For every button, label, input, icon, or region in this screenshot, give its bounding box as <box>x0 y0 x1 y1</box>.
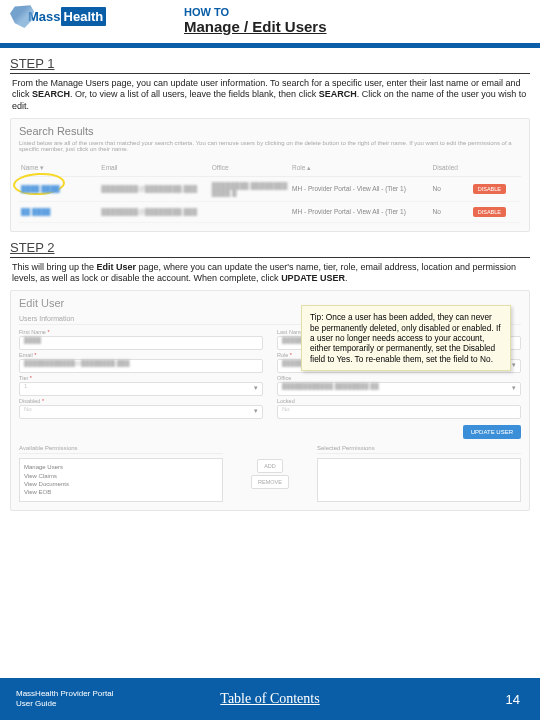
disabled-label: Disabled <box>19 398 263 404</box>
header-title-block: HOW TO Manage / Edit Users <box>184 6 327 35</box>
edit-user-panel: Edit User Users Information First Name █… <box>10 290 530 511</box>
footer-guide-line1: MassHealth Provider Portal <box>16 689 113 699</box>
step2-text-c: . <box>345 273 348 283</box>
first-name-label: First Name <box>19 329 263 335</box>
add-permission-button[interactable]: ADD <box>257 459 283 473</box>
locked-field: Locked No <box>277 398 521 419</box>
list-item[interactable]: Manage Users <box>24 463 218 471</box>
available-permissions-list[interactable]: Manage Users View Claims View Documents … <box>19 458 223 502</box>
email-label: Email <box>19 352 263 358</box>
col-role[interactable]: Role ▴ <box>290 160 431 177</box>
list-item[interactable]: View EOB <box>24 488 218 496</box>
office-select[interactable]: ████████████ ████████ ██ <box>277 382 521 396</box>
search-results-desc: Listed below are all of the users that m… <box>19 140 521 152</box>
logo-health: Health <box>61 7 107 26</box>
step2-bold-a: Edit User <box>97 262 137 272</box>
locked-input[interactable]: No <box>277 405 521 419</box>
step2-instruction: This will bring up the Edit User page, w… <box>12 262 528 285</box>
disabled-field: Disabled No <box>19 398 263 419</box>
user-email: ████████@████████.███ <box>101 208 197 215</box>
step2-heading: STEP 2 <box>10 240 530 258</box>
disable-button[interactable]: DISABLE <box>473 207 506 217</box>
tip-callout: Tip: Once a user has been added, they ca… <box>301 305 511 371</box>
logo-text: MassHealth <box>28 9 106 24</box>
update-user-button[interactable]: UPDATE USER <box>463 425 521 439</box>
remove-permission-button[interactable]: REMOVE <box>251 475 289 489</box>
user-name-link[interactable]: ██ ████ <box>21 208 50 215</box>
user-disabled: No <box>431 176 471 201</box>
step1-heading: STEP 1 <box>10 56 530 74</box>
footer-guide-line2: User Guide <box>16 699 113 709</box>
email-input[interactable]: ████████████@████████.███ <box>19 359 263 373</box>
col-disabled[interactable]: Disabled <box>431 160 471 177</box>
step1-text-b: . Or, to view a list of all users, leave… <box>70 89 319 99</box>
step2-text-a: This will bring up the <box>12 262 97 272</box>
disabled-select[interactable]: No <box>19 405 263 419</box>
step1-bold-b: SEARCH <box>319 89 357 99</box>
howto-label: HOW TO <box>184 6 327 18</box>
page-header: MassHealth HOW TO Manage / Edit Users <box>0 0 540 48</box>
permission-buttons: ADD REMOVE <box>239 445 301 502</box>
locked-label: Locked <box>277 398 521 404</box>
user-office <box>210 201 290 222</box>
list-item[interactable]: View Documents <box>24 480 218 488</box>
tier-label: Tier <box>19 375 263 381</box>
user-name-link[interactable]: ████ ████ <box>21 185 60 192</box>
search-results-title: Search Results <box>19 125 521 137</box>
table-row: ████ ████ ████████@████████.███ ████████… <box>19 176 521 201</box>
first-name-field: First Name ████ <box>19 329 263 350</box>
page-number: 14 <box>506 692 520 707</box>
user-office: ████████ ████████ ████ █ <box>212 182 288 196</box>
disable-button[interactable]: DISABLE <box>473 184 506 194</box>
user-role: MH - Provider Portal - View All - (Tier … <box>290 176 431 201</box>
office-label: Office <box>277 375 521 381</box>
user-email: ████████@████████.███ <box>101 185 197 192</box>
search-results-table: Name ▾ Email Office Role ▴ Disabled ████… <box>19 160 521 223</box>
selected-permissions-label: Selected Permissions <box>317 445 521 454</box>
state-shape-icon <box>10 4 34 28</box>
masshealth-logo: MassHealth <box>10 4 106 28</box>
page-footer: MassHealth Provider Portal User Guide Ta… <box>0 678 540 720</box>
first-name-input[interactable]: ████ <box>19 336 263 350</box>
tier-field: Tier 1 <box>19 375 263 396</box>
user-role: MH - Provider Portal - View All - (Tier … <box>290 201 431 222</box>
step1-bold-a: SEARCH <box>32 89 70 99</box>
page-title: Manage / Edit Users <box>184 18 327 35</box>
email-field: Email ████████████@████████.███ <box>19 352 263 373</box>
search-results-panel: Search Results Listed below are all of t… <box>10 118 530 232</box>
available-permissions-label: Available Permissions <box>19 445 223 454</box>
col-office[interactable]: Office <box>210 160 290 177</box>
step2-bold-b: UPDATE USER <box>281 273 345 283</box>
list-item[interactable]: View Claims <box>24 472 218 480</box>
table-row: ██ ████ ████████@████████.███ MH - Provi… <box>19 201 521 222</box>
office-field: Office ████████████ ████████ ██ <box>277 375 521 396</box>
footer-guide: MassHealth Provider Portal User Guide <box>16 689 113 708</box>
table-of-contents-link[interactable]: Table of Contents <box>220 691 319 707</box>
tier-select[interactable]: 1 <box>19 382 263 396</box>
available-permissions: Available Permissions Manage Users View … <box>19 445 223 502</box>
step1-instruction: From the Manage Users page, you can upda… <box>12 78 528 112</box>
selected-permissions: Selected Permissions <box>317 445 521 502</box>
col-email[interactable]: Email <box>99 160 209 177</box>
user-disabled: No <box>431 201 471 222</box>
selected-permissions-list[interactable] <box>317 458 521 502</box>
